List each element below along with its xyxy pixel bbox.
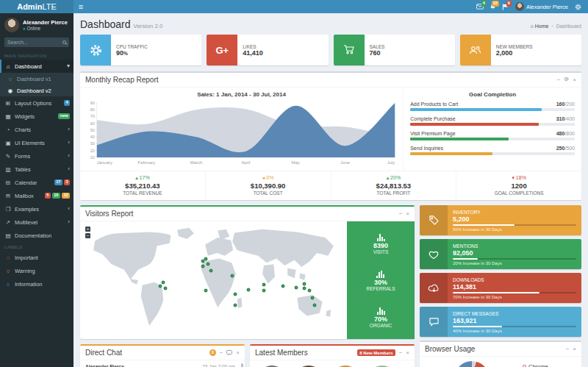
tasks-badge: 9 <box>506 1 512 7</box>
layout-icon: ⊞ <box>4 100 12 107</box>
goal-label: Send Inquiries <box>410 146 443 151</box>
tag-icon <box>420 205 448 235</box>
chat-messages: Alexander Pierce 23 Jan 2:00 pm Is this … <box>80 360 245 367</box>
chevron-left-icon: ‹ <box>68 206 70 212</box>
stat-goal-completions: ▾ 18% 1200 GOAL COMPLETIONS <box>456 171 581 200</box>
users-icon <box>460 35 491 65</box>
visitor-stat-referrals: 30% REFERRALS <box>366 269 395 291</box>
search-icon <box>62 40 66 44</box>
close-icon[interactable]: × <box>573 77 576 83</box>
goal-value: 250/500 <box>556 146 575 151</box>
tasks-flag-icon[interactable]: 9 <box>499 0 512 13</box>
chevron-left-icon: ‹ <box>68 140 70 146</box>
side-box-note: 40% Increase in 30 Days <box>453 329 576 333</box>
goal-label: Complete Purchase <box>410 116 455 121</box>
side-box-progress <box>453 258 576 260</box>
search-button[interactable] <box>60 38 69 47</box>
sidebar-item-mailbox[interactable]: ✉Mailbox51612 <box>0 189 74 202</box>
goal-progress <box>410 138 575 140</box>
map-marker <box>295 285 298 289</box>
goal-add-products-to-cart: Add Products to Cart 160/200 <box>410 101 575 111</box>
side-box-note: 70% Increase in 30 Days <box>453 295 576 299</box>
sidebar-item-examples[interactable]: ❐Examples‹ <box>0 202 74 215</box>
close-icon[interactable]: × <box>573 346 576 352</box>
breadcrumb-home[interactable]: Home <box>535 24 549 29</box>
close-icon[interactable]: × <box>406 350 409 356</box>
goal-complete-purchase: Complete Purchase 310/400 <box>410 116 575 126</box>
wrench-icon[interactable] <box>564 76 569 83</box>
collapse-icon[interactable]: − <box>566 346 570 352</box>
notifications-bell-icon[interactable]: 10 <box>487 0 499 13</box>
brand-logo[interactable]: AdminLTE <box>0 0 74 13</box>
svg-text:60: 60 <box>90 121 95 126</box>
forms-icon: ✎ <box>4 153 12 160</box>
map-marker <box>158 285 162 288</box>
map-marker <box>313 303 317 307</box>
svg-text:July: July <box>387 160 395 165</box>
map-marker <box>209 269 212 273</box>
world-map: + − <box>80 221 347 339</box>
sidebar-submenu: ○Dashboard v1◉Dashboard v2 <box>0 73 74 96</box>
info-box-value: 2,000 <box>496 49 533 57</box>
sidebar-label-information[interactable]: ○Information <box>0 277 74 291</box>
sidebar-item-dashboard-v1[interactable]: ○Dashboard v1 <box>0 73 74 85</box>
sidebar-menu: ⌂Dashboard▾○Dashboard v1◉Dashboard v2⊞La… <box>0 60 74 242</box>
close-icon[interactable]: × <box>236 350 240 356</box>
collapse-icon[interactable]: − <box>557 77 561 83</box>
sidebar-item-dashboard-v2[interactable]: ◉Dashboard v2 <box>0 85 74 96</box>
collapse-icon[interactable]: − <box>399 211 403 217</box>
sidebar-item-documentation[interactable]: ▤Documentation <box>0 229 74 242</box>
zoom-in-button[interactable]: + <box>85 227 90 232</box>
browser-pie-chart <box>454 361 490 367</box>
sidebar-item-charts[interactable]: ◔Charts‹ <box>0 123 74 136</box>
legend-label: Chrome <box>528 363 548 367</box>
contacts-toggle-icon[interactable] <box>226 350 232 356</box>
breadcrumb-current: Dashboard <box>556 24 581 29</box>
circle-icon: ○ <box>4 254 12 261</box>
search-input[interactable] <box>4 38 60 47</box>
collapse-icon[interactable]: − <box>220 350 223 356</box>
latest-members-box: Latest Members 8 New Members − × <box>250 344 415 367</box>
sidebar-toggle-icon[interactable]: ≡ <box>74 0 88 13</box>
info-box-value: 760 <box>370 49 385 57</box>
svg-text:February: February <box>138 160 156 165</box>
sidebar-user-name: Alexander Pierce <box>23 19 68 26</box>
side-box-label: DOWNLOADS <box>453 277 576 282</box>
sidebar-item-calendar[interactable]: ⊟Calendar173 <box>0 176 74 189</box>
tables-icon: ▥ <box>4 166 12 173</box>
map-marker <box>262 283 266 287</box>
page-title: DashboardVersion 2.0 <box>80 18 163 31</box>
close-icon[interactable]: × <box>406 211 409 217</box>
browser-usage-box: Browser Usage − × ChromeIE <box>420 341 581 367</box>
box-title: Latest Members <box>255 349 308 357</box>
stat-label: GOAL COMPLETIONS <box>458 190 580 196</box>
sales-area-chart: 102030405060708090JanuaryFebruaryMarchAp… <box>85 99 398 166</box>
chat-scrollbar[interactable] <box>241 363 243 367</box>
sidebar-search <box>4 38 69 47</box>
chart-title: Sales: 1 Jan, 2014 - 30 Jul, 2014 <box>85 91 398 98</box>
sidebar-item-multilevel[interactable]: ↗Multilevel‹ <box>0 215 74 229</box>
direct-chat-box: Direct Chat 3 − × Alexander Pierce <box>80 344 245 367</box>
sidebar: Alexander Pierce ● Online MAIN NAVIGATIO… <box>0 13 74 367</box>
messages-icon[interactable]: 4 <box>474 0 487 13</box>
sidebar-item-forms[interactable]: ✎Forms‹ <box>0 149 74 163</box>
sidebar-item-tables[interactable]: ▥Tables‹ <box>0 163 74 176</box>
control-sidebar-gear-icon[interactable] <box>572 0 584 13</box>
stat-total-revenue: ▴ 17% $35,210.43 TOTAL REVENUE <box>80 171 206 200</box>
sidebar-label-important[interactable]: ○Important <box>0 251 74 264</box>
chevron-down-icon: ▾ <box>67 63 70 69</box>
sidebar-item-dashboard[interactable]: ⌂Dashboard▾ <box>0 60 74 73</box>
goal-title: Goal Completion <box>410 91 575 98</box>
info-boxes-row: CPU TRAFFIC 90%G+LIKES 41,410SALES 760NE… <box>80 35 581 65</box>
sidebar-item-ui-elements[interactable]: ▣UI Elements‹ <box>0 136 74 149</box>
side-box-label: DIRECT MESSAGES <box>453 311 576 316</box>
svg-text:40: 40 <box>90 135 95 139</box>
chat-count-badge: 3 <box>209 349 216 356</box>
user-menu[interactable]: Alexander Pierce <box>512 2 572 11</box>
sidebar-item-widgets[interactable]: ▦Widgetsnew <box>0 110 74 123</box>
sidebar-label-warning[interactable]: ○Warning <box>0 264 74 277</box>
zoom-out-button[interactable]: − <box>85 233 90 238</box>
map-marker <box>281 285 284 288</box>
collapse-icon[interactable]: − <box>399 350 403 356</box>
sidebar-item-layout-options[interactable]: ⊞Layout Options4 <box>0 96 74 110</box>
